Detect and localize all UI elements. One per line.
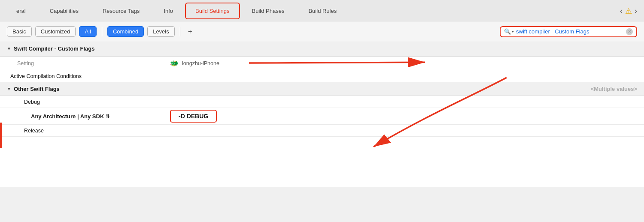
nav-arrows: ‹ ⚠ › [620, 6, 637, 16]
customized-button[interactable]: Customized [35, 26, 76, 37]
search-input[interactable] [516, 28, 624, 35]
other-swift-flags-header: ▼ Other Swift Flags <Multiple values> [0, 82, 644, 96]
setting-row: Setting 🐲 longzhu-iPhone [0, 57, 644, 70]
tab-general[interactable]: eral [4, 2, 38, 20]
search-box: 🔍 ▾ ✕ [500, 26, 637, 37]
main-content: ▼ Swift Compiler - Custom Flags Setting … [0, 41, 644, 187]
search-icon-area: 🔍 ▾ [504, 28, 514, 35]
other-swift-flags-label: Other Swift Flags [14, 86, 60, 92]
swift-compiler-section-header: ▼ Swift Compiler - Custom Flags [0, 41, 644, 57]
search-icon: 🔍 [504, 28, 511, 35]
page-wrapper: eral Capabilities Resource Tags Info Bui… [0, 0, 644, 187]
selection-accent [0, 123, 2, 148]
search-clear-button[interactable]: ✕ [626, 28, 633, 35]
search-dropdown-arrow[interactable]: ▾ [512, 29, 514, 34]
setting-value: 🐲 longzhu-iPhone [163, 57, 644, 70]
toolbar-divider-2 [180, 27, 180, 36]
any-arch-label: Any Architecture | Any SDK ⇅ [0, 111, 163, 122]
debug-row: Debug [0, 96, 644, 108]
collapse-triangle-icon[interactable]: ▼ [7, 46, 11, 51]
any-arch-text: Any Architecture | Any SDK [31, 113, 104, 120]
device-icon: 🐲 [170, 59, 179, 67]
active-compilation-value [163, 74, 644, 79]
multiple-values-label: <Multiple values> [591, 86, 637, 92]
debug-value-box[interactable]: -D DEBUG [170, 110, 217, 123]
all-button[interactable]: All [79, 26, 96, 37]
other-swift-collapse-icon[interactable]: ▼ [7, 87, 11, 91]
levels-button[interactable]: Levels [147, 26, 175, 37]
tabs-container: eral Capabilities Resource Tags Info Bui… [4, 2, 640, 20]
toolbar: Basic Customized All Combined Levels + 🔍… [0, 22, 644, 41]
release-label: Release [0, 125, 163, 136]
sort-icon: ⇅ [106, 114, 109, 119]
section-title: Swift Compiler - Custom Flags [14, 45, 95, 52]
tab-bar: eral Capabilities Resource Tags Info Bui… [0, 0, 644, 22]
release-row: Release [0, 125, 644, 137]
basic-button[interactable]: Basic [7, 26, 32, 37]
active-compilation-row: Active Compilation Conditions [0, 70, 644, 82]
combined-button[interactable]: Combined [107, 26, 144, 37]
any-arch-row: Any Architecture | Any SDK ⇅ -D DEBUG [0, 108, 644, 125]
device-name: longzhu-iPhone [182, 60, 219, 66]
tab-capabilities[interactable]: Capabilities [38, 2, 91, 20]
tab-resource-tags[interactable]: Resource Tags [91, 2, 152, 20]
toolbar-divider [102, 27, 102, 36]
tab-build-rules[interactable]: Build Rules [296, 2, 349, 20]
warning-icon: ⚠ [625, 6, 632, 16]
back-arrow-icon[interactable]: ‹ [620, 6, 623, 15]
tab-build-phases[interactable]: Build Phases [240, 2, 297, 20]
tab-build-settings[interactable]: Build Settings [185, 3, 240, 19]
forward-arrow-icon[interactable]: › [635, 6, 637, 15]
add-setting-button[interactable]: + [185, 27, 195, 36]
any-arch-value[interactable]: -D DEBUG [163, 108, 644, 124]
debug-label: Debug [0, 96, 163, 108]
active-compilation-label: Active Compilation Conditions [0, 71, 163, 82]
setting-label: Setting [0, 58, 163, 69]
tab-info[interactable]: Info [152, 2, 185, 20]
